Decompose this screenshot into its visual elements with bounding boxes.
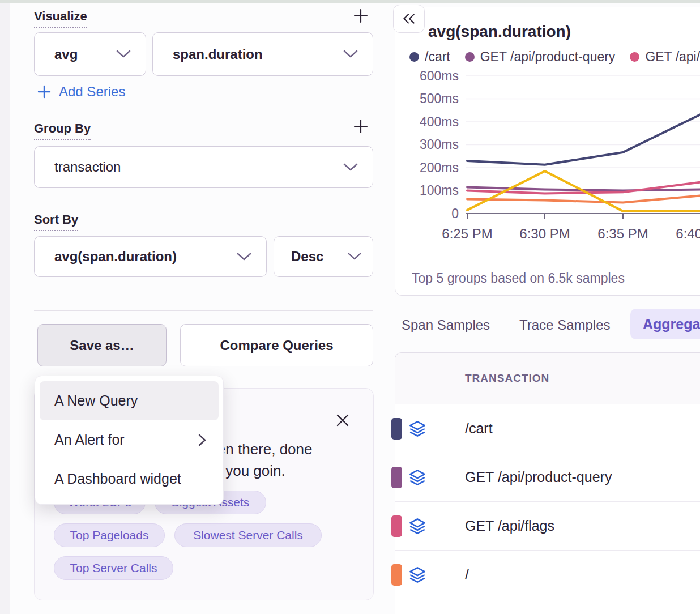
table-row-partial[interactable] [395,599,700,614]
group-by-label: Group By [34,121,91,140]
stack-icon [409,469,426,486]
stack-icon [409,566,426,583]
series-color-bar [391,515,402,537]
aggregates-table: TRANSACTION /cart GET /api/product-query… [395,352,700,614]
series-color-bar [391,467,402,488]
plus-icon [37,85,51,99]
double-chevron-left-icon [402,11,416,26]
left-gutter [0,3,10,614]
add-series-button[interactable]: Add Series [37,84,125,100]
table-row[interactable]: /cart [395,404,700,453]
transaction-name: / [465,566,469,583]
table-row[interactable]: GET /api/product-query [395,453,700,502]
menu-item-alert[interactable]: An Alert for [40,420,219,459]
menu-item-new-query[interactable]: A New Query [40,381,219,420]
group-by-value: transaction [54,159,121,175]
sort-direction-select[interactable]: Desc [274,236,373,277]
chevron-down-icon [348,253,361,261]
collapse-panel-button[interactable] [393,5,425,33]
chart-footer-text: Top 5 groups based on 6.5k samples [412,271,625,286]
sort-by-select[interactable]: avg(span.duration) [34,236,267,277]
save-as-button[interactable]: Save as… [37,324,167,366]
compare-queries-button[interactable]: Compare Queries [180,324,373,366]
sort-direction-value: Desc [291,249,323,265]
group-by-select[interactable]: transaction [34,146,373,188]
sort-by-value: avg(span.duration) [54,249,177,265]
transaction-name: GET /api/product-query [465,469,612,485]
menu-item-label: An Alert for [54,432,125,448]
add-group-by-button[interactable] [352,118,369,135]
line-chart [395,7,700,296]
table-header-transaction[interactable]: TRANSACTION [395,353,700,404]
chevron-down-icon [116,50,131,58]
x-axis-tick: 6:35 PM [592,225,654,242]
tab-trace-samples[interactable]: Trace Samples [519,317,611,333]
plus-icon [353,118,369,134]
aggregate-select[interactable]: avg [34,32,146,76]
x-axis-tick: 6:25 PM [436,225,498,242]
visualize-label: Visualize [34,9,87,28]
table-row[interactable]: / [395,551,700,599]
transaction-name: GET /api/flags [465,518,554,534]
field-value: span.duration [173,46,263,62]
series-color-bar [391,564,402,586]
table-row[interactable]: GET /api/flags [395,502,700,551]
menu-item-label: A Dashboard widget [54,471,181,487]
column-header-label: TRANSACTION [465,372,549,385]
stack-icon [409,518,426,535]
tab-aggregates[interactable]: Aggregates [630,309,700,339]
section-divider [34,310,373,311]
aggregate-value: avg [54,46,78,62]
add-series-label: Add Series [59,84,125,100]
tab-span-samples[interactable]: Span Samples [402,317,490,333]
menu-item-dashboard-widget[interactable]: A Dashboard widget [40,459,219,498]
close-icon [334,412,351,429]
suggested-query-chip[interactable]: Top Server Calls [54,556,173,580]
x-axis-tick: 6:30 PM [514,225,576,242]
sort-by-label: Sort By [34,212,78,231]
chevron-down-icon [343,163,358,172]
x-axis [466,214,700,219]
chevron-right-icon [198,433,206,447]
callout-close-button[interactable] [334,412,351,429]
add-visualize-button[interactable] [352,7,369,24]
suggested-query-chip[interactable]: Slowest Server Calls [174,523,322,547]
save-as-menu: A New Query An Alert for A Dashboard wid… [35,376,224,505]
field-select[interactable]: span.duration [152,32,373,76]
suggested-query-chip[interactable]: Top Pageloads [54,523,165,547]
chevron-down-icon [237,253,251,261]
chevron-down-icon [343,50,358,58]
series-color-bar [391,418,402,440]
stack-icon [409,420,426,437]
chart-footer-divider [395,258,700,258]
chart-line [467,195,700,202]
menu-item-label: A New Query [54,393,138,409]
x-axis-tick: 6:40 PM [670,225,700,242]
plus-icon [353,8,369,24]
transaction-name: /cart [465,420,493,437]
gridlines [466,76,700,191]
top-edge-strip [0,0,700,3]
